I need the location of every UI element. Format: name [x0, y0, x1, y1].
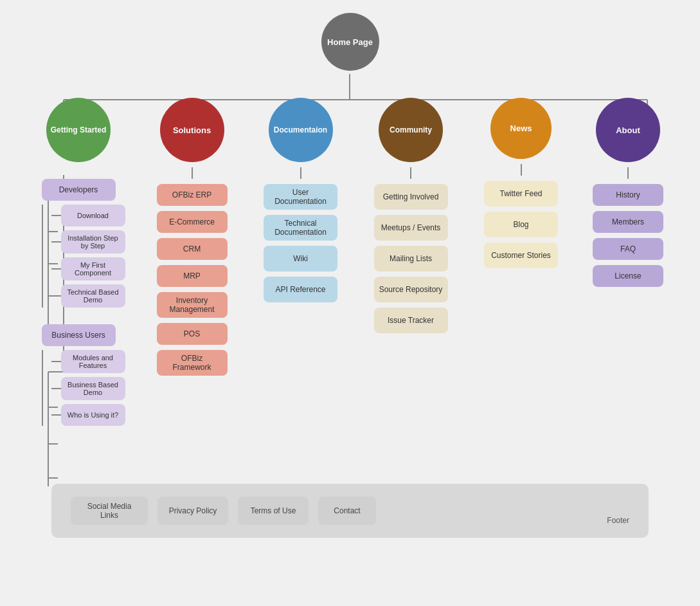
inventory-management-node[interactable]: Inventory Management — [157, 292, 228, 318]
technical-demo-node[interactable]: Technical Based Demo — [61, 284, 125, 308]
api-reference-node[interactable]: API Reference — [264, 277, 337, 302]
source-repository-node[interactable]: Source Repository — [374, 277, 448, 302]
about-label: About — [616, 125, 640, 135]
user-documentation-node[interactable]: User Documentation — [264, 184, 337, 210]
terms-of-use-link[interactable]: Terms of Use — [238, 497, 309, 525]
privacy-policy-link[interactable]: Privacy Policy — [157, 497, 228, 525]
column-getting-started: Getting Started Developers Download — [32, 98, 125, 426]
footer-label: Footer — [607, 516, 629, 525]
social-media-link[interactable]: Social Media Links — [71, 497, 148, 525]
ofbiz-framework-node[interactable]: OFBiz Framework — [157, 350, 228, 376]
wiki-node[interactable]: Wiki — [264, 246, 337, 271]
columns-row: Getting Started Developers Download — [0, 98, 700, 426]
developers-node[interactable]: Developers — [42, 179, 116, 201]
getting-started-label: Getting Started — [51, 125, 107, 134]
meetups-events-node[interactable]: Meetups / Events — [374, 215, 448, 241]
home-circle[interactable]: Home Page — [321, 13, 379, 71]
mailing-lists-node[interactable]: Mailing Lists — [374, 246, 448, 271]
twitter-feed-node[interactable]: Twitter Feed — [484, 181, 558, 207]
community-label: Community — [390, 125, 432, 134]
column-about: About History Members FAQ License — [588, 98, 669, 287]
news-circle[interactable]: News — [490, 98, 552, 159]
column-community: Community Getting Involved Meetups / Eve… — [368, 98, 454, 333]
community-circle[interactable]: Community — [379, 98, 443, 162]
download-node[interactable]: Download — [61, 205, 125, 226]
solutions-circle[interactable]: Solutions — [160, 98, 224, 162]
home-section: Home Page — [0, 13, 700, 98]
history-node[interactable]: History — [593, 184, 663, 206]
column-news: News Twitter Feed Blog Customer Stories — [480, 98, 563, 268]
documentation-circle[interactable]: Documentaion — [269, 98, 333, 162]
who-using-node[interactable]: Who is Using it? — [61, 404, 125, 426]
footer: Social Media Links Privacy Policy Terms … — [51, 484, 649, 538]
issue-tracker-node[interactable]: Issue Tracker — [374, 308, 448, 333]
documentation-label: Documentaion — [274, 125, 327, 134]
my-first-component-node[interactable]: My First Component — [61, 257, 125, 280]
home-node[interactable]: Home Page — [321, 13, 379, 71]
business-demo-node[interactable]: Business Based Demo — [61, 377, 125, 400]
pos-node[interactable]: POS — [157, 323, 228, 345]
license-node[interactable]: License — [593, 265, 663, 287]
home-label: Home Page — [327, 37, 373, 47]
solutions-label: Solutions — [173, 125, 211, 135]
crm-node[interactable]: CRM — [157, 238, 228, 260]
members-node[interactable]: Members — [593, 211, 663, 233]
e-commerce-node[interactable]: E-Commerce — [157, 211, 228, 233]
business-users-node[interactable]: Business Users — [42, 324, 116, 346]
getting-started-circle[interactable]: Getting Started — [46, 98, 111, 162]
faq-node[interactable]: FAQ — [593, 238, 663, 260]
installation-node[interactable]: Installation Step by Step — [61, 230, 125, 253]
news-label: News — [510, 124, 532, 133]
contact-link[interactable]: Contact — [318, 497, 376, 525]
modules-features-node[interactable]: Modules and Features — [61, 350, 125, 373]
about-circle[interactable]: About — [596, 98, 660, 162]
business-users-group: Business Users Modules and Features Busi… — [32, 324, 125, 426]
technical-documentation-node[interactable]: Technical Documentation — [264, 215, 337, 241]
main-container: Home Page Getting Started Developers — [0, 0, 700, 606]
column-documentation: Documentaion User Documentation Technica… — [259, 98, 343, 302]
getting-involved-node[interactable]: Getting Involved — [374, 184, 448, 210]
blog-node[interactable]: Blog — [484, 212, 558, 237]
footer-items: Social Media Links Privacy Policy Terms … — [71, 497, 376, 525]
developers-group: Developers Download Installation Step by… — [32, 179, 125, 308]
ofbiz-erp-node[interactable]: OFBiz ERP — [157, 184, 228, 206]
column-solutions: Solutions OFBiz ERP E-Commerce CRM MRP I… — [150, 98, 234, 376]
customer-stories-node[interactable]: Customer Stories — [484, 243, 558, 268]
mrp-node[interactable]: MRP — [157, 265, 228, 287]
